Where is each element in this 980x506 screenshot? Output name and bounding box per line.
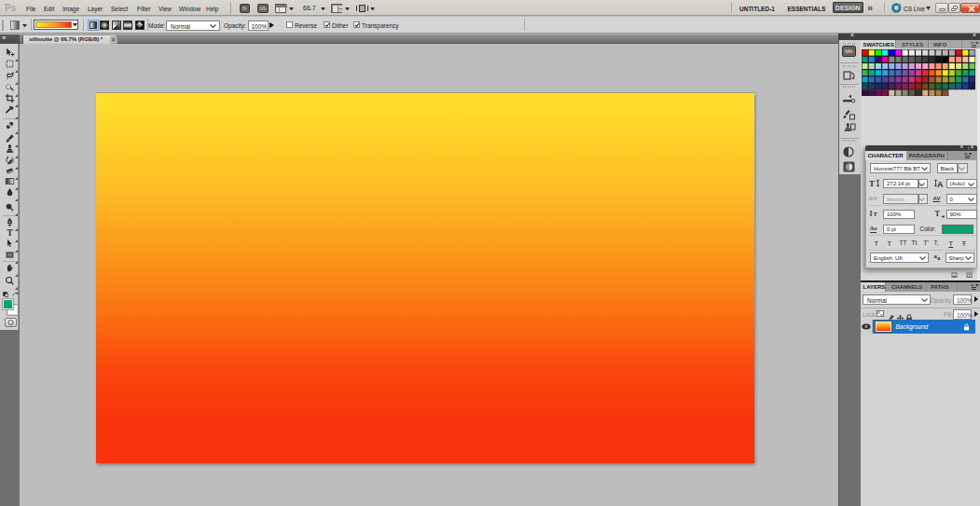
svg-text:T: T — [869, 179, 875, 188]
svg-text:A: A — [937, 179, 944, 188]
svg-text:T: T — [7, 228, 14, 238]
